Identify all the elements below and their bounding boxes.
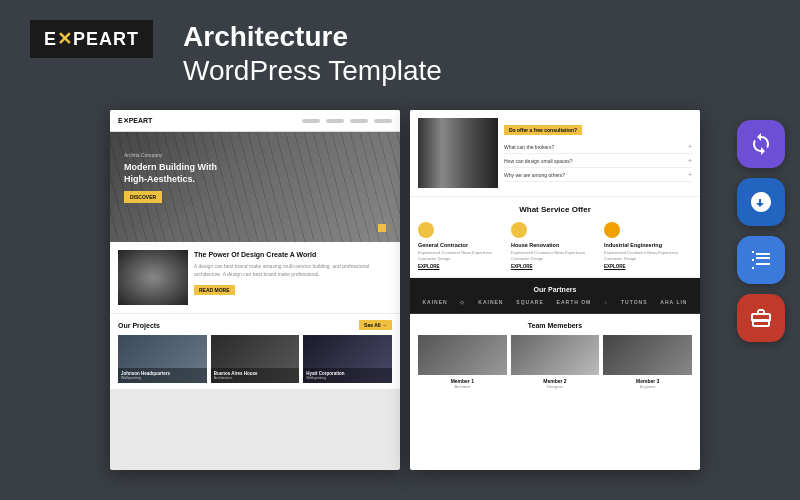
partner-logo: TUTONS (621, 299, 647, 305)
partner-logo: AHA LIN (660, 299, 687, 305)
service-learn[interactable]: EXPLORE (418, 264, 506, 269)
team-role: Architect (418, 384, 507, 389)
preview-navbar: E✕PEART (110, 110, 400, 132)
team-photo (511, 335, 600, 375)
partners-title: Our Partners (418, 286, 692, 293)
preview-left: E✕PEART Archita Company Modern Building … (110, 110, 400, 470)
team-card: Member 1 Architect (418, 335, 507, 389)
faq-item: How can design small spaces? + (504, 154, 692, 168)
project-card: Hyatt Corporation Wallsprinting (303, 335, 392, 383)
service-name: General Contractor (418, 242, 506, 248)
faq-item: Why we are among others? + (504, 168, 692, 182)
faq-expand-icon[interactable]: + (688, 143, 692, 150)
hero-subtitle: Archita Company (124, 152, 224, 158)
team-title: Team Memebers (418, 322, 692, 329)
project-sub: Wallsprinting (306, 376, 389, 380)
power-heading: The Power Of Design Create A World (194, 250, 392, 259)
service-desc: Experienced Contractor News Experience C… (511, 250, 599, 261)
power-text: The Power Of Design Create A World A des… (194, 250, 392, 296)
partners-section: Our Partners KAINEN ◇ KAINEN SQUARE EART… (410, 278, 700, 314)
service-card: Industrial Engineering Experienced Contr… (604, 222, 692, 269)
project-sub: Architecture (214, 376, 297, 380)
wordpress-icon-button[interactable] (737, 178, 785, 226)
service-name: House Renovation (511, 242, 599, 248)
services-section: What Service Offer General Contractor Ex… (410, 197, 700, 278)
project-overlay: Johnson Headquarters Wallsprinting (118, 368, 207, 383)
service-icon (418, 222, 434, 238)
faq-offer-btn[interactable]: Do offer a free consultation? (504, 125, 582, 135)
elementor-icon-button[interactable] (737, 236, 785, 284)
partner-logo: EARTH OM (557, 299, 592, 305)
hero-accent (378, 224, 386, 232)
team-role: Designer (511, 384, 600, 389)
team-grid: Member 1 Architect Member 2 Designer Mem… (418, 335, 692, 389)
sync-icon-button[interactable] (737, 120, 785, 168)
partner-logo: ◇ (460, 299, 465, 305)
nav-dot (374, 119, 392, 123)
columns-img (418, 118, 498, 188)
team-card: Member 2 Designer (511, 335, 600, 389)
team-photo (603, 335, 692, 375)
team-card: Member 3 Engineer (603, 335, 692, 389)
faq-expand-icon[interactable]: + (688, 171, 692, 178)
partner-logo: KAINEN (422, 299, 447, 305)
service-learn[interactable]: EXPLORE (511, 264, 599, 269)
services-grid: General Contractor Experienced Contracto… (418, 222, 692, 269)
faq-question: How can design small spaces? (504, 158, 573, 164)
service-desc: Experienced Contractor News Experience C… (418, 250, 506, 261)
faq-image (418, 118, 498, 188)
service-desc: Experienced Contractor News Experience C… (604, 250, 692, 261)
services-title: What Service Offer (418, 205, 692, 214)
faq-expand-icon[interactable]: + (688, 157, 692, 164)
service-card: General Contractor Experienced Contracto… (418, 222, 506, 269)
preview-logo: E✕PEART (118, 117, 152, 125)
faq-content: Do offer a free consultation? What can t… (504, 118, 692, 188)
project-card: Johnson Headquarters Wallsprinting (118, 335, 207, 383)
preview-nav (302, 119, 392, 123)
project-overlay: Hyatt Corporation Wallsprinting (303, 368, 392, 383)
project-card: Buenos Aires House Architecture (211, 335, 300, 383)
main-title: Architecture (183, 20, 442, 54)
hero-text: Archita Company Modern Building With Hig… (124, 152, 224, 203)
team-section: Team Memebers Member 1 Architect Member … (410, 314, 700, 397)
partner-logo: ○ (604, 299, 608, 305)
tunnel-img (118, 250, 188, 305)
nav-dot (302, 119, 320, 123)
see-all-button[interactable]: See All → (359, 320, 392, 330)
preview-right: Do offer a free consultation? What can t… (410, 110, 700, 470)
power-body: A design can best brand make amazing mul… (194, 263, 392, 278)
hero-cta[interactable]: DISCOVER (124, 191, 162, 203)
project-overlay: Buenos Aires House Architecture (211, 368, 300, 383)
project-sub: Wallsprinting (121, 376, 204, 380)
power-section: The Power Of Design Create A World A des… (110, 242, 400, 313)
sub-title: WordPress Template (183, 54, 442, 88)
faq-section: Do offer a free consultation? What can t… (410, 110, 700, 197)
power-cta[interactable]: READ MORE (194, 285, 235, 295)
service-icon (511, 222, 527, 238)
title-block: Architecture WordPress Template (183, 20, 442, 87)
team-role: Engineer (603, 384, 692, 389)
hero-heading: Modern Building With High-Aesthetics. (124, 162, 224, 185)
nav-dot (350, 119, 368, 123)
faq-question: Why we are among others? (504, 172, 565, 178)
team-photo (418, 335, 507, 375)
service-name: Industrial Engineering (604, 242, 692, 248)
service-learn[interactable]: EXPLORE (604, 264, 692, 269)
projects-section: Our Projects See All → Johnson Headquart… (110, 313, 400, 389)
faq-question: What can the brokers? (504, 144, 554, 150)
partner-logo: SQUARE (516, 299, 543, 305)
app-icons (737, 120, 785, 342)
logo: E✕PEART (30, 20, 153, 58)
logo-text: E✕PEART (44, 28, 139, 50)
nav-dot (326, 119, 344, 123)
faq-item: What can the brokers? + (504, 140, 692, 154)
service-card: House Renovation Experienced Contractor … (511, 222, 599, 269)
plugin-icon-button[interactable] (737, 294, 785, 342)
projects-header: Our Projects See All → (118, 320, 392, 330)
service-icon (604, 222, 620, 238)
preview-hero: Archita Company Modern Building With Hig… (110, 132, 400, 242)
projects-title: Our Projects (118, 322, 160, 329)
header: E✕PEART Architecture WordPress Template (30, 20, 442, 87)
partner-logo: KAINEN (478, 299, 503, 305)
power-image (118, 250, 188, 305)
